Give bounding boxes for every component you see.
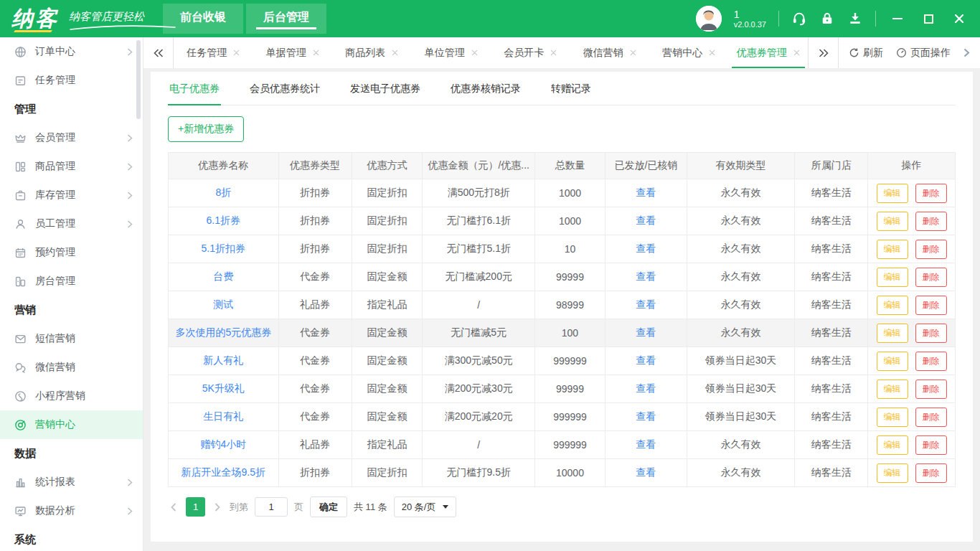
next-page-button[interactable] [212, 503, 223, 512]
view-issued-link[interactable]: 查看 [636, 438, 656, 450]
sidebar-item-members[interactable]: 会员管理 [0, 123, 143, 152]
coupon-name-link[interactable]: 5K升级礼 [202, 382, 245, 394]
delete-button[interactable]: 删除 [915, 240, 947, 259]
delete-button[interactable]: 删除 [915, 184, 947, 203]
close-button[interactable] [950, 9, 969, 28]
coupon-name-link[interactable]: 8折 [215, 187, 231, 198]
edit-button[interactable]: 编辑 [877, 184, 908, 203]
sidebar-item-tasks[interactable]: 任务管理 [0, 66, 143, 95]
sidebar-item-analysis[interactable]: 数据分析 [0, 496, 143, 525]
workspace-tab[interactable]: 优惠券管理 [729, 37, 809, 68]
coupon-name-link[interactable]: 多次使用的5元优惠券 [175, 326, 271, 338]
edit-button[interactable]: 编辑 [877, 380, 908, 399]
page-number-button[interactable]: 1 [186, 497, 205, 517]
coupon-name-link[interactable]: 新人有礼 [203, 354, 243, 366]
content-tab[interactable]: 发送电子优惠券 [349, 72, 422, 105]
tab-close-icon[interactable] [550, 50, 557, 56]
edit-button[interactable]: 编辑 [877, 408, 908, 427]
minimize-button[interactable] [888, 9, 907, 28]
edit-button[interactable]: 编辑 [877, 296, 908, 315]
download-icon[interactable] [847, 11, 863, 27]
more-actions-chevron-icon[interactable] [963, 48, 970, 57]
topnav-tab-cashier[interactable]: 前台收银 [163, 4, 243, 34]
coupon-name-link[interactable]: 6.1折券 [207, 215, 240, 226]
workspace-tab[interactable]: 商品列表 [332, 37, 412, 68]
coupon-name-link[interactable]: 新店开业全场9.5折 [182, 466, 265, 478]
workspace-tab[interactable]: 微信营销 [570, 37, 650, 68]
lock-icon[interactable] [819, 11, 835, 27]
sidebar-item-marketing-center[interactable]: 营销中心 [0, 410, 143, 439]
tab-close-icon[interactable] [709, 50, 715, 56]
content-tab[interactable]: 会员优惠券统计 [248, 72, 321, 105]
content-tab[interactable]: 优惠券核销记录 [449, 72, 522, 105]
view-issued-link[interactable]: 查看 [636, 410, 656, 422]
coupon-name-link[interactable]: 5.1折扣券 [202, 242, 245, 254]
view-issued-link[interactable]: 查看 [636, 215, 656, 226]
sidebar-item-sms[interactable]: 短信营销 [0, 324, 143, 353]
delete-button[interactable]: 删除 [915, 212, 947, 231]
workspace-tab[interactable]: 营销中心 [649, 37, 729, 68]
edit-button[interactable]: 编辑 [877, 352, 908, 371]
content-tab[interactable]: 电子优惠券 [168, 72, 221, 105]
tab-close-icon[interactable] [313, 50, 319, 56]
view-issued-link[interactable]: 查看 [636, 354, 656, 366]
view-issued-link[interactable]: 查看 [636, 242, 656, 254]
view-issued-link[interactable]: 查看 [636, 298, 656, 310]
sidebar-item-goods[interactable]: 商品管理 [0, 152, 143, 181]
edit-button[interactable]: 编辑 [877, 240, 908, 259]
coupon-name-link[interactable]: 赠钓4小时 [200, 438, 246, 450]
view-issued-link[interactable]: 查看 [636, 270, 656, 282]
delete-button[interactable]: 删除 [915, 268, 947, 287]
tab-close-icon[interactable] [471, 50, 478, 56]
page-size-select[interactable]: 20 条/页 [394, 496, 457, 517]
coupon-name-link[interactable]: 台费 [213, 270, 233, 282]
tabs-expand-button[interactable] [808, 37, 838, 68]
coupon-name-link[interactable]: 生日有礼 [203, 410, 243, 422]
sidebar-item-inventory[interactable]: 库存管理 [0, 181, 143, 209]
prev-page-button[interactable] [168, 503, 179, 512]
edit-button[interactable]: 编辑 [877, 212, 908, 231]
delete-button[interactable]: 删除 [915, 408, 947, 427]
workspace-tab[interactable]: 会员开卡 [491, 37, 570, 68]
workspace-tab[interactable]: 任务管理 [174, 37, 253, 68]
add-coupon-button[interactable]: +新增优惠券 [168, 116, 244, 142]
goto-page-input[interactable] [255, 497, 288, 517]
maximize-button[interactable] [919, 9, 938, 28]
sidebar-item-miniapp[interactable]: 小程序营销 [0, 382, 143, 410]
view-issued-link[interactable]: 查看 [636, 466, 656, 478]
sidebar-item-rooms[interactable]: 房台管理 [0, 267, 143, 296]
sidebar-item-wechat[interactable]: 微信营销 [0, 353, 143, 382]
delete-button[interactable]: 删除 [915, 324, 947, 343]
sidebar-item-orders[interactable]: 订单中心 [0, 37, 143, 66]
view-issued-link[interactable]: 查看 [636, 187, 656, 198]
topnav-tab-backoffice[interactable]: 后台管理 [246, 4, 326, 34]
content-tab[interactable]: 转赠记录 [550, 72, 593, 105]
view-issued-link[interactable]: 查看 [636, 326, 656, 338]
delete-button[interactable]: 删除 [915, 463, 947, 483]
support-headset-icon[interactable] [791, 11, 807, 27]
tab-close-icon[interactable] [630, 50, 636, 56]
delete-button[interactable]: 删除 [915, 435, 947, 455]
tab-close-icon[interactable] [233, 50, 240, 56]
refresh-button[interactable]: 刷新 [849, 47, 883, 60]
edit-button[interactable]: 编辑 [877, 268, 908, 287]
page-operations-button[interactable]: 页面操作 [896, 47, 951, 60]
sidebar-item-reports[interactable]: 统计报表 [0, 468, 143, 496]
delete-button[interactable]: 删除 [915, 296, 947, 315]
workspace-tab[interactable]: 单据管理 [253, 37, 333, 68]
edit-button[interactable]: 编辑 [877, 324, 908, 343]
tabs-collapse-button[interactable] [143, 37, 174, 68]
sidebar-item-staff[interactable]: 员工管理 [0, 209, 143, 238]
sidebar-item-booking[interactable]: 预约管理 [0, 238, 143, 267]
workspace-tab[interactable]: 单位管理 [412, 37, 491, 68]
delete-button[interactable]: 删除 [915, 380, 947, 399]
view-issued-link[interactable]: 查看 [636, 382, 656, 394]
edit-button[interactable]: 编辑 [877, 463, 908, 483]
delete-button[interactable]: 删除 [915, 352, 947, 371]
goto-confirm-button[interactable]: 确定 [310, 496, 347, 517]
avatar[interactable] [696, 6, 722, 32]
tab-close-icon[interactable] [793, 50, 800, 56]
coupon-name-link[interactable]: 测试 [213, 298, 233, 310]
edit-button[interactable]: 编辑 [877, 435, 908, 455]
tab-close-icon[interactable] [392, 50, 398, 56]
